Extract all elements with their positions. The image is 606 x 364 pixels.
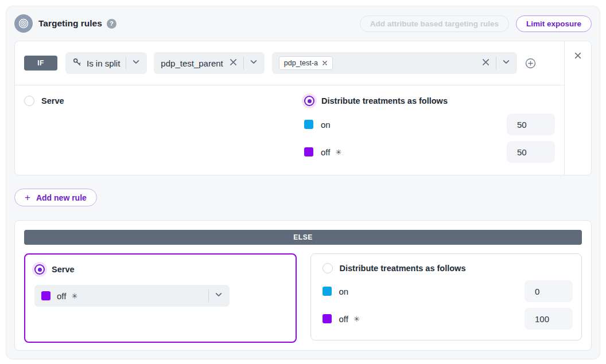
limit-exposure-button[interactable]: Limit exposure [516,15,592,32]
page-title: Targeting rules [38,18,102,29]
matcher-value: Is in split [87,58,120,68]
treatment-off-swatch [304,147,313,156]
clear-split-icon[interactable] [229,58,238,68]
treatment-off-swatch [41,291,50,300]
else-serve-card: Serve off ✳ [24,253,297,343]
default-treatment-icon: ✳ [335,148,341,156]
treatment-row-off: off ✳ [323,308,573,330]
else-treatment-off-percent-input[interactable] [525,308,573,330]
rule-card: IF Is in split pdp_test_par [14,41,592,175]
matcher-select[interactable]: Is in split [65,52,147,74]
treatment-name: on [339,287,349,296]
targeting-rules-panel: Targeting rules ? Add attribute based ta… [6,6,600,359]
help-icon[interactable]: ? [107,19,116,29]
treatment-name: on [321,120,331,130]
treatment-off-percent-input[interactable] [507,141,555,163]
distribute-label: Distribute treatments as follows [321,96,448,105]
distribute-radio[interactable] [304,96,314,106]
treatment-off-swatch [323,314,332,323]
plus-icon: + [25,192,30,203]
chevron-down-icon [215,291,223,301]
chevron-down-icon [132,58,140,68]
add-attribute-rules-button[interactable]: Add attribute based targeting rules [360,15,509,32]
treatment-row-on: on [323,280,573,302]
treatment-on-swatch [304,120,313,129]
clear-values-icon[interactable] [481,58,490,68]
add-new-rule-button[interactable]: + Add new rule [14,189,97,206]
treatment-on-percent-input[interactable] [507,113,555,135]
treatment-row-off: off ✳ [304,141,555,163]
default-treatment-icon: ✳ [354,315,360,323]
else-rule-card: ELSE Serve off ✳ [14,220,592,351]
treatment-row-on: on [304,113,555,135]
treatment-name: off [339,314,348,324]
default-treatment-icon: ✳ [71,292,77,300]
target-icon [14,14,33,33]
rule-condition-row: IF Is in split pdp_test_par [15,41,564,85]
else-serve-treatment-select[interactable]: off ✳ [34,285,230,307]
else-distribute-card: Distribute treatments as follows on off … [310,253,582,340]
treatment-on-swatch [323,287,332,296]
panel-header: Targeting rules ? Add attribute based ta… [14,14,592,33]
chevron-down-icon [502,58,510,68]
value-chip: pdp_test-a [279,56,333,70]
treatment-values-select[interactable]: pdp_test-a [272,52,517,74]
else-serve-radio[interactable] [34,264,45,275]
else-distribute-label: Distribute treatments as follows [340,264,466,273]
split-select[interactable]: pdp_test_parent [154,52,264,74]
add-condition-button[interactable] [525,58,536,69]
else-serve-label: Serve [52,265,75,274]
value-chip-label: pdp_test-a [284,59,318,67]
add-new-rule-label: Add new rule [36,193,87,202]
else-distribute-radio[interactable] [323,263,333,273]
else-badge: ELSE [24,230,582,245]
remove-rule-button[interactable] [574,51,582,61]
treatment-name: off [321,147,330,157]
serve-label: Serve [41,96,64,105]
serve-radio[interactable] [24,96,34,106]
remove-chip-icon[interactable] [322,60,328,66]
else-treatment-on-percent-input[interactable] [525,280,573,302]
rule-serve-section: Serve Distribute treatments as follows o… [15,85,564,175]
key-icon [72,57,82,69]
chevron-down-icon [250,58,258,68]
split-select-value: pdp_test_parent [161,58,223,68]
if-badge: IF [24,56,57,71]
serve-treatment-value: off [57,291,66,301]
